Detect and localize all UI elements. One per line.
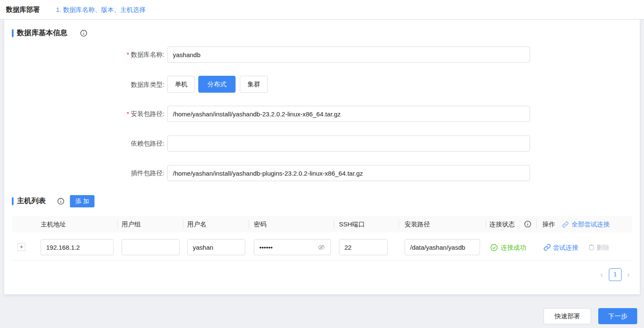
db-name-input[interactable] [167,47,530,63]
col-header-path: 安装路径 [405,216,430,232]
col-header-ssh: SSH端口 [339,216,365,232]
db-type-option-distributed[interactable]: 分布式 [198,76,236,93]
quick-deploy-button[interactable]: 快速部署 [544,308,591,324]
pagination-page-1[interactable]: 1 [609,268,622,281]
col-header-action: 操作 [542,216,555,232]
status-info-icon[interactable] [524,221,531,228]
col-header-user: 用户名 [187,216,206,232]
section-title-host-list: 主机列表 [17,196,46,206]
col-header-host: 主机地址 [41,216,66,232]
col-header-status: 连接状态 [489,216,515,232]
try-all-connections-link[interactable]: 全部尝试连接 [572,216,610,232]
column-divider [334,220,334,229]
plugin-pkg-label: 插件包路径: [101,165,164,181]
install-pkg-input[interactable] [167,106,530,122]
trash-icon [588,244,595,252]
info-icon[interactable] [80,30,87,37]
db-type-option-standalone[interactable]: 单机 [167,76,195,93]
install-path-input[interactable] [405,239,480,255]
required-mark: * [127,110,129,117]
page-title: 数据库部署 [6,0,40,19]
column-divider [249,220,249,229]
column-divider [183,220,183,229]
pagination-next-icon[interactable]: › [624,268,633,281]
check-circle-icon [490,244,498,253]
host-address-input[interactable] [41,239,114,255]
pagination-prev-icon[interactable]: ‹ [597,268,606,281]
connection-status-text: 连接成功 [501,244,526,251]
dependency-pkg-label: 依赖包路径: [101,135,164,152]
user-group-input[interactable] [122,239,180,255]
table-header [12,216,632,232]
info-icon[interactable] [57,198,64,205]
link-icon [562,221,569,229]
db-type-option-cluster[interactable]: 集群 [240,76,268,93]
dependency-pkg-input[interactable] [167,135,530,152]
column-divider [117,220,118,229]
section-accent-bar [12,29,14,37]
required-mark: * [127,51,129,58]
col-header-group: 用户组 [122,216,141,232]
section-title-basic-info: 数据库基本信息 [17,28,67,38]
column-divider [486,220,486,229]
ssh-port-input[interactable] [339,239,388,255]
install-pkg-label: *安装包路径: [101,106,164,122]
col-header-password: 密码 [254,216,266,232]
db-name-label: *数据库名称: [101,47,164,63]
row-expand-button[interactable]: + [17,243,25,251]
try-connection-link[interactable]: 尝试连接 [553,244,578,251]
delete-row-link[interactable]: 删除 [597,244,609,251]
next-step-button[interactable]: 下一步 [598,308,637,324]
eye-invisible-icon[interactable] [318,244,325,253]
username-input[interactable] [187,239,245,255]
link-icon [544,244,551,253]
section-accent-bar [12,197,14,205]
add-host-button[interactable]: 添 加 [70,195,94,207]
column-divider [536,220,537,229]
wizard-step-link[interactable]: 1. 数据库名称、版本、主机选择 [56,0,146,19]
db-type-label: 数据库类型: [101,76,164,93]
column-divider [399,220,399,229]
plugin-pkg-input[interactable] [167,165,530,181]
